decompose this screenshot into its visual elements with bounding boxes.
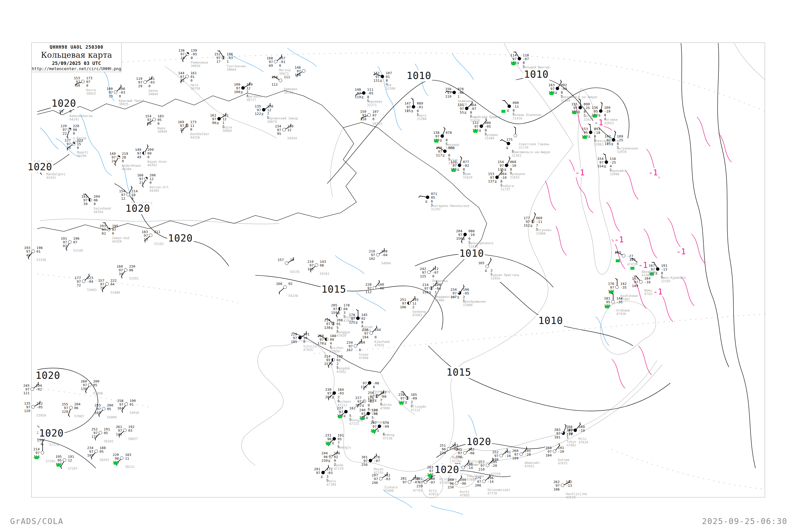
station-id: 47678 <box>566 496 587 499</box>
station-left-value: 155 <box>560 102 577 106</box>
station-right-value: 7 <box>267 112 286 115</box>
wind-barb-tick-icon <box>463 285 464 287</box>
station-left-value: 55 <box>447 111 464 114</box>
pressure-tendency-icon: ⧖ <box>361 95 364 99</box>
cloud-cover-icon <box>379 477 382 480</box>
station-name: Yangdok <box>337 367 350 370</box>
station-left-value: 49 <box>124 155 141 159</box>
station-left-value: 109 <box>223 83 240 86</box>
station-id: 57178 <box>49 443 59 446</box>
station-left-value: 154 <box>108 189 125 193</box>
precipitation-flag-icon <box>326 442 330 445</box>
cloud-cover-icon <box>114 91 117 94</box>
station-left-value: 132 <box>461 121 478 125</box>
station-name: Хилок <box>148 89 158 93</box>
station-right-value: 092 <box>561 83 580 87</box>
station-left-value: 118 <box>349 117 366 121</box>
station-left-value: 97 <box>54 142 71 146</box>
station-id: 44305 <box>150 189 169 193</box>
grads-credit: GrADS/COLA <box>10 517 63 526</box>
station-right-value: -06 <box>372 412 390 416</box>
station-id: 30777 <box>246 98 262 102</box>
cloud-cover-icon <box>285 262 288 265</box>
station-left-value: 13 <box>131 238 148 241</box>
wind-barb-tick-icon <box>103 222 105 223</box>
precipitation-flag-icon <box>593 115 597 118</box>
station-right-value: 175 <box>367 396 386 400</box>
isobar-label: 1020 <box>434 464 460 475</box>
station-left-value: 21 <box>126 181 144 184</box>
station-left-value: 97 <box>204 56 221 60</box>
station-name: Masan <box>374 468 383 471</box>
station-right-value: 04 <box>110 283 129 286</box>
isobar-label: 1010 <box>537 315 564 326</box>
station-label: Сосуново31866 <box>536 228 551 235</box>
station-left-value: 262 <box>543 480 560 483</box>
pressure-tendency-icon: ⧖ <box>380 79 382 82</box>
station-left-value: 97 <box>297 264 314 267</box>
station-left-value: 97 <box>461 125 478 128</box>
station-left-value: 97 <box>326 410 343 414</box>
station-label: Yangdok47052 <box>337 367 350 374</box>
station-left-value: 97 <box>412 287 429 290</box>
isobar-label: 1020 <box>125 203 151 214</box>
pressure-tendency-icon: ⧖ <box>555 91 557 94</box>
station-right-value: 194 <box>36 384 54 387</box>
station-left-value: 195 <box>45 455 62 458</box>
station-left-value: 108 <box>284 73 301 77</box>
station-left-value: 97 <box>477 176 494 179</box>
station-left-value: 97 <box>543 484 560 487</box>
station-right-value: 0 <box>122 159 140 163</box>
station-left-value: 214 <box>23 448 40 451</box>
station-id: 31371 <box>367 103 382 107</box>
station-right-value: 071 <box>431 192 450 195</box>
station-right-value: -20 <box>558 450 576 453</box>
station-left-value: 97 <box>124 152 141 155</box>
station-left-value: 97 <box>303 471 320 475</box>
cloud-cover-icon <box>427 270 431 274</box>
station-right-value: 8 <box>523 61 541 64</box>
station-left-value: 97 <box>358 253 375 257</box>
isobar-label: 1020 <box>26 161 53 173</box>
station-left-value: 157 <box>314 362 330 365</box>
precipitation-flag-icon <box>474 130 477 133</box>
station-right-value: 0 <box>70 110 88 113</box>
cloud-cover-icon <box>274 60 278 63</box>
station-left-value: 157 <box>267 258 284 262</box>
station-left-value: 240 <box>348 408 365 412</box>
station-left-value: 119 <box>125 77 142 80</box>
station-right-value: -10 <box>469 233 487 236</box>
station-left-value: 228 <box>355 283 372 286</box>
wind-barb-tick-icon <box>122 411 123 413</box>
station-id: 30925 <box>86 92 96 95</box>
tendency-label: -1 <box>574 168 585 177</box>
cloud-cover-icon <box>480 125 483 128</box>
cloud-cover-icon <box>145 177 148 180</box>
station-right-value: 05 <box>93 383 112 387</box>
cloud-cover-icon <box>622 254 625 258</box>
station-name: Экимчан <box>457 99 471 103</box>
station-left-value: 97 <box>314 358 330 362</box>
station-left-value: 160 <box>106 265 123 268</box>
station-left-value: 167 <box>621 277 638 280</box>
station-right-value: 139 <box>191 49 209 52</box>
station-right-value: -01 <box>279 60 298 63</box>
station-right-value: 112 <box>432 267 451 270</box>
station-left-value: 261 <box>105 425 122 429</box>
station-right-value: 02 <box>337 358 355 362</box>
station-left-value: 95 <box>593 300 610 304</box>
station-name: Рудная Пристань <box>491 273 519 277</box>
pressure-tendency-icon: ⧖ <box>332 441 334 445</box>
station-left-value: 214 <box>314 355 330 358</box>
station-label: Omaezaki47655 <box>525 461 540 468</box>
station-left-value: 119 <box>344 95 361 99</box>
station-left-value: 97 <box>50 128 67 131</box>
station-right-value: 126 <box>227 52 245 56</box>
station-label: Южно-Курильск32165 <box>661 276 686 283</box>
station-right-value: 8 <box>386 79 404 82</box>
station-left-value: 255 <box>51 402 68 406</box>
station-label: Andong47136 <box>383 433 394 440</box>
cloud-cover-icon <box>412 105 415 109</box>
station-left-value: 268 <box>555 425 572 429</box>
station-right-value: 9 <box>367 403 386 407</box>
